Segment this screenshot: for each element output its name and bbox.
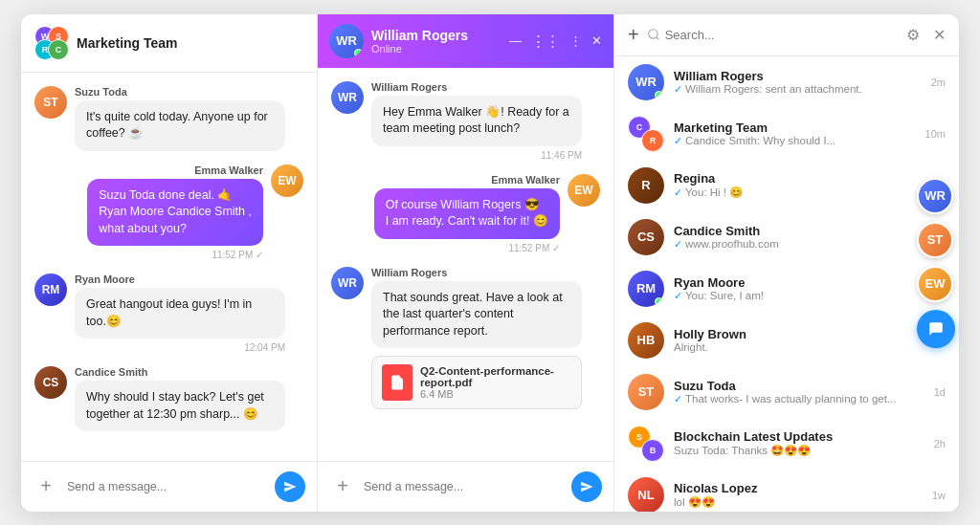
contact-name: Nicolas Lopez xyxy=(674,481,923,495)
contact-avatar: HB xyxy=(628,322,664,359)
contact-info: Holly Brown Alright. xyxy=(674,327,924,353)
group-chat-footer: + xyxy=(21,461,317,512)
avatar: WR xyxy=(331,267,364,299)
contact-avatar: NL xyxy=(628,477,664,512)
contact-info: Blockchain Latest Updates Suzu Toda: Tha… xyxy=(674,429,924,457)
message-sender: William Rogers xyxy=(371,81,582,93)
contact-avatar: WR xyxy=(628,64,664,100)
group-messages-area: ST Suzu Toda It's quite cold today. Anyo… xyxy=(21,73,317,461)
message-content: Emma Walker Suzu Toda done deal. 🤙Ryan M… xyxy=(87,164,263,261)
contact-name: Blockchain Latest Updates xyxy=(674,429,924,444)
contact-name: Ryan Moore xyxy=(674,275,924,290)
message-content: William Rogers That sounds great. Have a… xyxy=(371,267,582,410)
contact-name: Regina xyxy=(674,171,916,186)
avatar: CS xyxy=(34,366,67,399)
contacts-header: + ⚙ ✕ xyxy=(614,14,959,56)
message-sender: Ryan Moore xyxy=(75,273,285,285)
more-options-button[interactable]: ⋮ xyxy=(569,33,582,48)
send-button[interactable] xyxy=(275,471,305,502)
message-sender: Candice Smith xyxy=(75,366,285,378)
online-indicator xyxy=(354,49,363,57)
contact-preview: lol 😍😍 xyxy=(674,495,923,509)
read-indicator: ✓ xyxy=(674,238,682,251)
attachment[interactable]: Q2-Content-performance-report.pdf 6.4 MB xyxy=(371,356,582,409)
message-bubble: Great hangout idea guys! I'm in too.😊 xyxy=(75,288,285,339)
contact-item-regina[interactable]: R Regina ✓ You: Hi ! 😊 13m xyxy=(614,160,959,211)
attachment-size: 6.4 MB xyxy=(420,388,554,400)
message-sender: Emma Walker xyxy=(87,164,263,176)
add-attachment-button[interactable]: + xyxy=(33,473,59,500)
message-bubble: It's quite cold today. Anyone up for cof… xyxy=(75,100,285,151)
group-av2: B xyxy=(641,439,664,462)
contact-item-holly[interactable]: HB Holly Brown Alright. 7h xyxy=(614,315,959,366)
message-time: 12:04 PM xyxy=(75,342,285,353)
contact-item-suzu[interactable]: ST Suzu Toda ✓ That works- I was actuall… xyxy=(614,366,959,418)
floating-avatar-suzu[interactable]: ST xyxy=(917,222,953,258)
message-time: 11:52 PM ✓ xyxy=(374,243,560,253)
close-dm-button[interactable]: ✕ xyxy=(591,33,602,48)
contact-info: Candice Smith ✓ www.proofhub.com xyxy=(674,224,924,251)
contact-time: 2h xyxy=(934,438,946,449)
group-chat-header: W S R C Marketing Team xyxy=(21,14,317,73)
contact-preview: ✓ You: Hi ! 😊 xyxy=(674,186,916,199)
message-row-own: EW Emma Walker Of course William Rogers … xyxy=(331,174,600,253)
contact-preview: ✓ That works- I was actually planning to… xyxy=(674,393,924,405)
contact-name: William Rogers xyxy=(674,69,922,83)
open-chat-button[interactable] xyxy=(917,310,955,348)
dm-header-info: William Rogers Online xyxy=(371,28,501,55)
avatar: WR xyxy=(331,81,364,114)
dm-message-input[interactable] xyxy=(364,480,564,493)
floating-avatar-william[interactable]: WR xyxy=(917,178,953,214)
contact-time: 10m xyxy=(925,128,946,140)
add-attachment-button[interactable]: + xyxy=(329,473,356,500)
new-chat-button[interactable]: + xyxy=(628,24,639,46)
contact-info: William Rogers ✓ William Rogers: sent an… xyxy=(674,69,922,96)
attachment-name: Q2-Content-performance-report.pdf xyxy=(420,365,554,388)
message-bubble: That sounds great. Have a look at the la… xyxy=(371,281,582,349)
expand-icon[interactable]: ⋮⋮ xyxy=(531,33,560,50)
contact-item-marketing-team[interactable]: C R Marketing Team ✓ Candice Smith: Why … xyxy=(614,108,959,160)
contact-name: Marketing Team xyxy=(674,120,916,135)
contact-name: Candice Smith xyxy=(674,224,924,238)
contact-avatar: CS xyxy=(628,219,664,255)
online-dot xyxy=(655,297,663,306)
contact-time: 1d xyxy=(934,386,946,398)
floating-avatar-emma[interactable]: EW xyxy=(917,266,953,302)
dm-chat-footer: + xyxy=(318,461,613,512)
minimize-button[interactable]: — xyxy=(509,33,522,48)
contacts-panel: + ⚙ ✕ WR William Rogers xyxy=(614,14,959,512)
read-indicator: ✓ xyxy=(674,83,682,96)
attachment-info: Q2-Content-performance-report.pdf 6.4 MB xyxy=(420,365,554,400)
message-content: William Rogers Hey Emma Walker 👋! Ready … xyxy=(371,81,582,161)
message-bubble-own: Suzu Toda done deal. 🤙Ryan Moore Candice… xyxy=(87,179,263,247)
dm-messages-area: WR William Rogers Hey Emma Walker 👋! Rea… xyxy=(318,68,613,461)
contact-item-william[interactable]: WR William Rogers ✓ William Rogers: sent… xyxy=(614,56,959,108)
contact-preview: ✓ www.proofhub.com xyxy=(674,238,924,251)
group-chat-title: Marketing Team xyxy=(77,35,178,51)
svg-point-0 xyxy=(648,30,657,38)
contact-info: Nicolas Lopez lol 😍😍 xyxy=(674,481,923,509)
send-button[interactable] xyxy=(571,471,602,502)
contact-item-candice[interactable]: CS Candice Smith ✓ www.proofhub.com 1h xyxy=(614,211,959,263)
contact-item-nicolas[interactable]: NL Nicolas Lopez lol 😍😍 1w xyxy=(614,470,959,512)
contacts-search-input[interactable] xyxy=(665,28,899,42)
avatar: ST xyxy=(34,86,67,119)
contact-item-blockchain[interactable]: S B Blockchain Latest Updates Suzu Toda:… xyxy=(614,418,959,470)
search-wrap xyxy=(647,28,899,42)
pdf-icon xyxy=(382,364,412,401)
contact-time: 2m xyxy=(931,77,946,88)
contact-preview: Suzu Toda: Thanks 🤩😍😍 xyxy=(674,444,924,457)
message-bubble-own: Of course William Rogers 😎I am ready. Ca… xyxy=(374,188,560,239)
dm-chat-panel: WR William Rogers Online — ⋮⋮ ⋮ ✕ WR xyxy=(318,14,614,512)
contact-item-ryan[interactable]: RM Ryan Moore ✓ You: Sure, I am! 5h xyxy=(614,263,959,315)
dm-header-actions: — ⋮⋮ ⋮ ✕ xyxy=(509,33,602,50)
avatar: EW xyxy=(271,164,303,197)
contact-name: Holly Brown xyxy=(674,327,924,341)
message-input[interactable] xyxy=(67,480,267,493)
contact-avatar: RM xyxy=(628,271,664,307)
online-dot xyxy=(655,91,663,99)
contact-info: Regina ✓ You: Hi ! 😊 xyxy=(674,171,916,199)
settings-icon[interactable]: ⚙ xyxy=(906,26,920,44)
avatar: EW xyxy=(568,174,600,207)
close-contacts-button[interactable]: ✕ xyxy=(933,26,946,44)
